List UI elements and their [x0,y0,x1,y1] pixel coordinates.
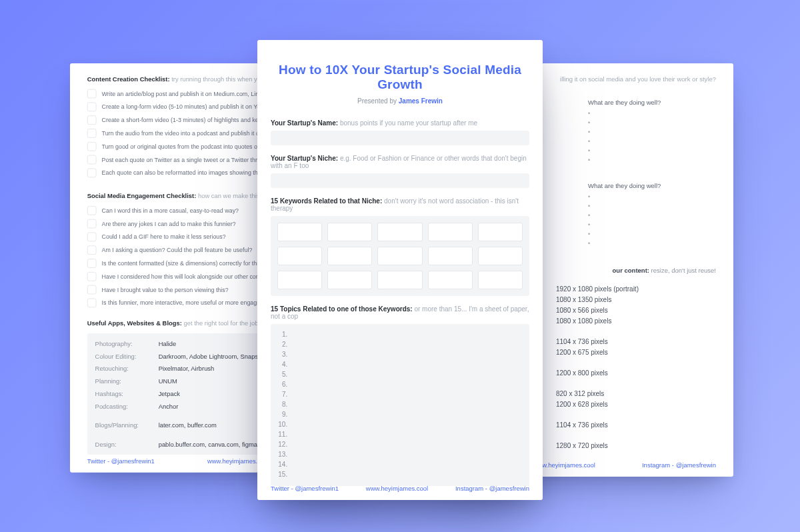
keyword-input[interactable] [327,223,372,241]
dimension-value: 1200 x 800 pixels [556,369,716,377]
topic-line[interactable] [289,429,521,439]
tool-category: Blogs/Planning: [95,422,152,429]
keyword-input[interactable] [327,247,372,265]
checkbox[interactable] [87,259,97,268]
keyword-input[interactable] [277,247,322,265]
heading-text: Useful Apps, Websites & Blogs: [87,319,182,327]
checkbox[interactable] [87,219,97,229]
keyword-input[interactable] [277,271,322,289]
topic-line[interactable] [289,369,521,379]
footer-twitter-link[interactable]: Twitter - @jamesfrewin1 [271,485,339,492]
keyword-input[interactable] [377,247,422,265]
dimension-value: 1200 x 675 pixels [556,349,716,356]
dimension-value: 1200 x 628 pixels [556,401,716,408]
tool-category: Planning: [95,377,152,385]
right-intro-fragment: illing it on social media and you love t… [560,75,716,83]
footer-instagram-link[interactable]: Instagram - @jamesfrewin [455,485,529,492]
topic-line[interactable] [289,329,521,339]
checklist-item-label: Am I asking a question? Could the poll f… [102,245,253,255]
keyword-input[interactable] [377,223,422,241]
keyword-input[interactable] [478,223,523,241]
tool-category: Hashtags: [95,390,152,397]
startup-name-input[interactable] [271,131,529,145]
bullet-line [588,146,716,155]
dimension-value: 1080 x 1080 pixels [556,317,716,325]
resize-heading-bold: our content: [613,267,649,274]
bullet-line [588,229,716,239]
label-text: 15 Topics Related to one of those Keywor… [271,305,413,313]
tool-category: Retouching: [95,365,152,372]
field-label: 15 Keywords Related to that Niche: don't… [271,197,529,212]
heading-text: Social Media Engagement Checklist: [87,192,197,199]
checkbox[interactable] [87,129,97,138]
topic-line[interactable] [289,379,521,389]
doing-well-heading: What are they doing well? [588,182,716,189]
dimension-value: 1104 x 736 pixels [556,338,716,345]
topic-line[interactable] [289,439,521,449]
dimensions-list: 1920 x 1080 pixels (portrait)1080 x 1350… [556,282,716,453]
bullet-line [588,127,716,137]
checklist-item-label: Could I add a GIF here to make it less s… [102,232,226,241]
keyword-input[interactable] [478,271,523,289]
checkbox[interactable] [87,155,97,165]
dimension-value: 820 x 312 pixels [556,390,716,397]
page-footer: Twitter - @jamesfrewin1 www.heyimjames.c… [257,485,543,492]
bullet-line [588,192,716,201]
topic-line[interactable] [289,419,521,429]
checkbox[interactable] [87,232,97,241]
tool-category: Design: [95,441,152,448]
keyword-input[interactable] [428,223,473,241]
footer-twitter-link[interactable]: Twitter - @jamesfrewin1 [87,457,155,465]
checklist-item-label: Each quote can also be reformatted into … [102,168,284,177]
footer-instagram-link[interactable]: Instagram - @jamesfrewin [642,461,716,469]
footer-site-link[interactable]: www.heyimjames.cool [366,485,428,492]
checkbox[interactable] [87,89,97,99]
topic-line[interactable] [289,399,521,409]
checklist-item-label: Have I brought value to the person viewi… [102,285,229,295]
keyword-input[interactable] [277,223,322,241]
checkbox[interactable] [87,142,97,151]
keyword-input[interactable] [428,247,473,265]
dimension-value: 1104 x 736 pixels [556,421,716,429]
topic-line[interactable] [289,339,521,349]
topic-line[interactable] [289,359,521,369]
checklist-item-label: Turn good or original quotes from the po… [102,142,284,151]
keyword-input[interactable] [327,271,372,289]
checkbox[interactable] [87,298,97,307]
topic-line[interactable] [289,469,521,479]
bullet-line [588,239,716,248]
heading-text: Content Creation Checklist: [87,75,170,83]
checkbox[interactable] [87,245,97,255]
checkbox[interactable] [87,168,97,177]
checkbox[interactable] [87,272,97,281]
resize-heading-hint: resize, don't just reuse! [651,267,716,274]
topic-line[interactable] [289,409,521,419]
checklist-item-label: Can I word this in a more casual, easy-t… [102,206,239,215]
checkbox[interactable] [87,206,97,215]
field-label: Your Startup's Name: bonus points if you… [271,119,529,127]
bullet-line [588,109,716,118]
page-title: How to 10X Your Startup's Social Media G… [271,63,529,92]
topic-line[interactable] [289,459,521,469]
keyword-input[interactable] [428,271,473,289]
topic-line[interactable] [289,349,521,359]
bullet-line [588,155,716,165]
label-text: 15 Keywords Related to that Niche: [271,197,382,205]
tool-category: Photography: [95,340,152,347]
checkbox[interactable] [87,102,97,111]
topic-line[interactable] [289,389,521,399]
doing-well-bullets-1 [588,109,716,165]
topics-list [271,324,529,486]
label-hint: bonus points if you name your startup af… [340,119,477,127]
checkbox[interactable] [87,285,97,295]
presented-prefix: Presented by [357,97,399,105]
keyword-input[interactable] [377,271,422,289]
startup-niche-input[interactable] [271,173,529,188]
tool-category: Podcasting: [95,403,152,410]
topic-line[interactable] [289,449,521,459]
dimension-value: 1080 x 1350 pixels [556,296,716,303]
doing-well-heading: What are they doing well? [588,99,716,106]
bullet-line [588,201,716,211]
keyword-input[interactable] [478,247,523,265]
checkbox[interactable] [87,115,97,125]
